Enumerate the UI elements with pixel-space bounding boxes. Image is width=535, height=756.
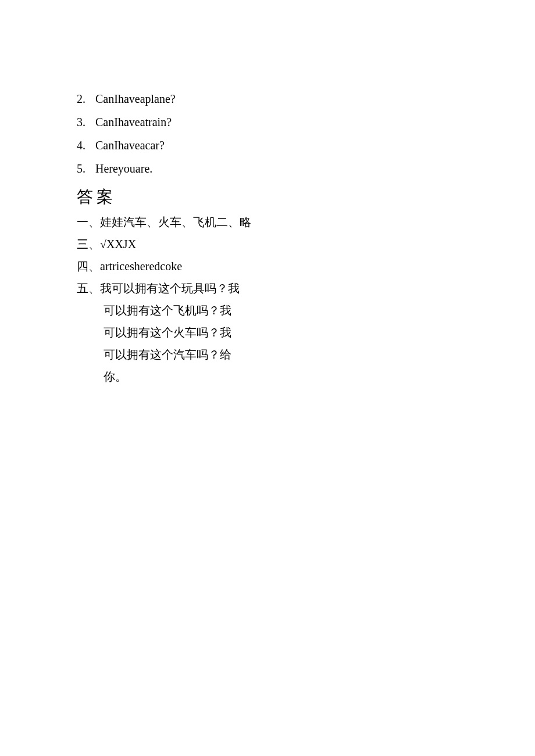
list-item: 2. CanIhaveaplane? xyxy=(77,93,378,105)
answer-line-4: 四、artricesheredcoke xyxy=(77,260,378,272)
list-text: CanIhaveatrain? xyxy=(95,116,172,128)
list-text: CanIhaveacar? xyxy=(95,139,165,151)
answer-five-line: 可以拥有这个火车吗？我 xyxy=(104,327,378,338)
list-text: CanIhaveaplane? xyxy=(95,93,176,105)
answer-five-block: 五、我可以拥有这个玩具吗？我 可以拥有这个飞机吗？我 可以拥有这个火车吗？我 可… xyxy=(77,282,378,382)
answer-heading: 答案 xyxy=(77,186,378,208)
answer-five-line: 你。 xyxy=(104,371,378,382)
answer-line-3: 三、√XXJX xyxy=(77,238,378,250)
list-item: 4. CanIhaveacar? xyxy=(77,139,378,151)
answer-five-line: 可以拥有这个飞机吗？我 xyxy=(104,304,378,316)
list-number: 2. xyxy=(77,93,95,105)
list-item: 5. Hereyouare. xyxy=(77,163,378,174)
answer-line-1: 一、娃娃汽车、火车、飞机二、略 xyxy=(77,216,378,228)
answer-five-line: 五、我可以拥有这个玩具吗？我 xyxy=(77,282,378,294)
list-number: 4. xyxy=(77,139,95,151)
list-text: Hereyouare. xyxy=(95,163,152,174)
list-number: 5. xyxy=(77,163,95,174)
list-item: 3. CanIhaveatrain? xyxy=(77,116,378,128)
list-number: 3. xyxy=(77,116,95,128)
document-page: 2. CanIhaveaplane? 3. CanIhaveatrain? 4.… xyxy=(0,0,378,382)
answer-five-line: 可以拥有这个汽车吗？给 xyxy=(104,349,378,360)
